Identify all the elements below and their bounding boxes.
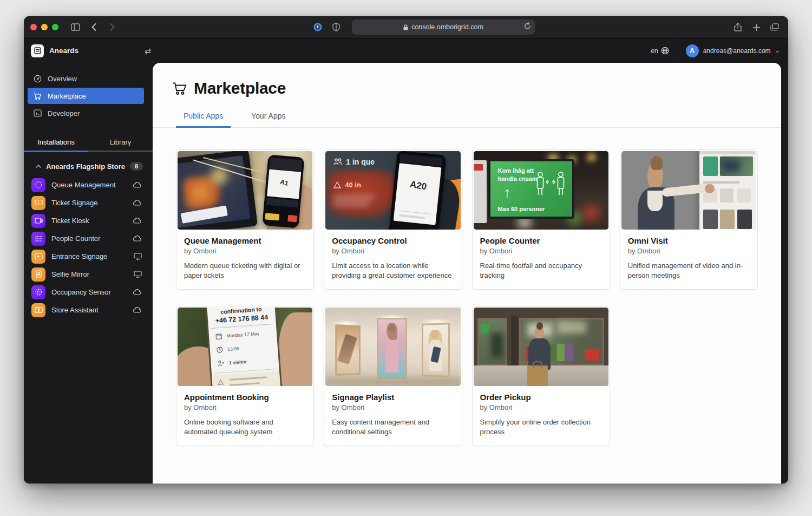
new-tab-icon[interactable] <box>749 20 763 34</box>
tab-your-apps[interactable]: Your Apps <box>244 112 293 128</box>
people-counter-icon <box>31 232 45 246</box>
address-bar[interactable]: console.omborigrid.com <box>352 19 535 35</box>
signage-screen-right <box>422 323 450 377</box>
language-selector[interactable]: en <box>651 47 677 55</box>
capacity-text: 40 in <box>345 181 361 189</box>
code-window-icon <box>33 109 42 117</box>
up-arrow: ↑ <box>503 184 510 201</box>
card-title: Appointment Booking <box>184 393 306 402</box>
queue-count-text: 1 in que <box>346 158 375 166</box>
card-author: by Ombori <box>332 247 454 255</box>
card-thumbnail: 1 in que 40 in <box>325 151 460 230</box>
installation-ticket-signage[interactable]: 1 Ticket Signage <box>24 194 153 212</box>
sidebar: Overview Marketplace Developer <box>24 63 153 484</box>
avatar: A <box>686 44 699 57</box>
app-card-grid: A1 Queue Management <box>176 149 758 446</box>
booking-date: Monday 17 May <box>227 331 260 338</box>
shield-extension-icon[interactable] <box>329 20 343 34</box>
card-omni-visit[interactable]: Omni Visit by Ombori Unified management … <box>620 149 758 290</box>
cart-icon <box>172 82 187 95</box>
selfie-mirror-icon <box>31 267 45 282</box>
org-logo-icon <box>31 44 44 57</box>
card-thumbnail: A1 <box>178 151 312 230</box>
cloud-icon <box>133 218 142 224</box>
main-wrap: Marketplace Public Apps Your Apps <box>153 63 788 484</box>
cloud-icon <box>133 182 142 188</box>
green-signage-screen: Kom ihåg att handla ensam ↑ Max 60 perso… <box>488 159 575 219</box>
store-name: Aneards Flagship Store <box>46 162 125 171</box>
app-body: Overview Marketplace Developer <box>24 63 788 484</box>
card-author: by Ombori <box>628 247 750 255</box>
lock-icon <box>403 24 408 30</box>
org-switcher[interactable]: Aneards ⇄ <box>24 44 153 57</box>
chevron-up-icon <box>36 165 41 168</box>
zoom-window-button[interactable] <box>52 24 58 30</box>
installation-people-counter[interactable]: People Counter <box>24 230 153 247</box>
card-description: Limit access to a location while providi… <box>332 261 454 281</box>
svg-text:1: 1 <box>37 201 40 204</box>
installation-store-assistant[interactable]: Store Assistant <box>24 301 153 319</box>
minimize-window-button[interactable] <box>41 24 48 30</box>
back-icon[interactable] <box>87 20 101 34</box>
store-group-header[interactable]: Aneards Flagship Store 8 <box>36 162 143 171</box>
window-controls <box>30 24 58 30</box>
tab-installations[interactable]: Installations <box>24 133 88 152</box>
card-title: Occupancy Control <box>332 236 454 245</box>
card-description: Unified management of video and in-perso… <box>628 261 750 281</box>
phone-mockup: confirmation to +46 72 176 88 44 Monday … <box>205 308 282 386</box>
reload-icon[interactable] <box>524 22 531 31</box>
card-description: Easy content management and conditional … <box>332 417 454 437</box>
signage-heading-line2: handla ensam <box>498 175 538 183</box>
monitor-icon <box>134 253 142 260</box>
main-panel: Marketplace Public Apps Your Apps <box>153 63 781 484</box>
card-thumbnail <box>474 308 608 386</box>
cart-icon <box>33 92 42 100</box>
card-signage-playlist[interactable]: Signage Playlist by Ombori Easy content … <box>324 306 462 446</box>
visitor-icon <box>218 360 225 367</box>
store-logo <box>474 164 483 171</box>
installation-queue-management[interactable]: Queue Management <box>24 176 153 194</box>
booking-visitors: 1 visitor <box>229 359 247 365</box>
card-description: Modern queue ticketing with digital or p… <box>184 261 306 281</box>
monitor-icon <box>134 271 142 278</box>
tab-library[interactable]: Library <box>88 133 153 152</box>
ticket-number: A20 <box>397 177 440 194</box>
forward-icon[interactable] <box>105 20 119 34</box>
card-appointment-booking[interactable]: confirmation to +46 72 176 88 44 Monday … <box>176 306 314 446</box>
green-sign <box>481 324 489 334</box>
app-header-right: en A andreas@aneards.com ⌄ <box>651 38 788 63</box>
card-order-pickup[interactable]: Order Pickup by Ombori Simplify your onl… <box>472 306 610 446</box>
password-extension-icon[interactable] <box>311 20 325 34</box>
card-author: by Ombori <box>184 247 306 255</box>
ticket-kiosk-icon <box>31 214 45 228</box>
language-code: en <box>651 47 658 55</box>
card-queue-management[interactable]: A1 Queue Management <box>176 149 314 290</box>
collapse-sidebar-icon[interactable]: ⇄ <box>140 47 156 55</box>
close-window-button[interactable] <box>30 24 37 30</box>
tab-overview-icon[interactable] <box>768 20 782 34</box>
installation-occupancy-sensor[interactable]: Occupancy Sensor <box>24 283 153 301</box>
sidebar-item-overview[interactable]: Overview <box>28 70 144 87</box>
sidebar-item-label: Developer <box>48 109 80 117</box>
cloud-icon <box>133 289 142 295</box>
app-header: Aneards ⇄ en A andreas@aneards.com ⌄ <box>24 38 788 63</box>
gauge-icon <box>33 75 42 83</box>
sidebar-item-developer[interactable]: Developer <box>28 105 144 121</box>
installation-selfie-mirror[interactable]: Selfie Mirror <box>24 265 153 283</box>
card-title: Omni Visit <box>628 236 750 245</box>
app-root: Aneards ⇄ en A andreas@aneards.com ⌄ <box>24 38 788 484</box>
tab-public-apps[interactable]: Public Apps <box>176 112 231 128</box>
installation-ticket-kiosk[interactable]: Ticket Kiosk <box>24 212 153 230</box>
signage-screen-left <box>335 324 361 376</box>
sidebar-item-marketplace[interactable]: Marketplace <box>28 88 144 104</box>
card-author: by Ombori <box>332 403 454 412</box>
installation-entrance-signage[interactable]: Entrance Signage <box>24 247 153 265</box>
globe-icon <box>661 47 669 55</box>
store-assistant-icon <box>31 303 45 317</box>
sidebar-toggle-icon[interactable] <box>68 20 82 34</box>
card-occupancy-control[interactable]: 1 in que 40 in <box>324 149 462 290</box>
card-people-counter[interactable]: Kom ihåg att handla ensam ↑ Max 60 perso… <box>472 149 610 290</box>
card-thumbnail <box>325 308 460 386</box>
share-icon[interactable] <box>731 20 745 34</box>
account-menu[interactable]: A andreas@aneards.com ⌄ <box>678 44 788 57</box>
